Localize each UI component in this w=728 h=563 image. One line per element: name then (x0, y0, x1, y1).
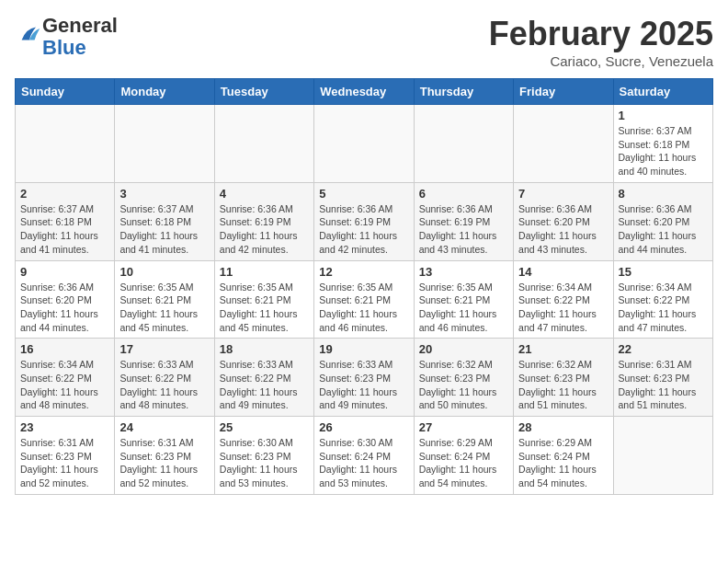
weekday-header-thursday: Thursday (414, 79, 513, 105)
day-number: 19 (319, 342, 408, 356)
calendar-cell: 14Sunrise: 6:34 AM Sunset: 6:22 PM Dayli… (514, 260, 613, 339)
day-info: Sunrise: 6:36 AM Sunset: 6:19 PM Dayligh… (220, 202, 309, 257)
day-number: 9 (20, 265, 109, 279)
day-info: Sunrise: 6:35 AM Sunset: 6:21 PM Dayligh… (319, 281, 408, 335)
weekday-header-row: SundayMondayTuesdayWednesdayThursdayFrid… (16, 79, 713, 105)
calendar-cell: 10Sunrise: 6:35 AM Sunset: 6:21 PM Dayli… (115, 260, 214, 339)
calendar-cell: 28Sunrise: 6:29 AM Sunset: 6:24 PM Dayli… (514, 417, 613, 495)
day-number: 3 (119, 187, 209, 201)
calendar-cell: 23Sunrise: 6:31 AM Sunset: 6:23 PM Dayli… (16, 417, 115, 495)
calendar-cell: 13Sunrise: 6:35 AM Sunset: 6:21 PM Dayli… (414, 260, 513, 339)
day-number: 15 (619, 265, 708, 279)
calendar-cell (115, 105, 214, 183)
calendar-week-row: 1Sunrise: 6:37 AM Sunset: 6:18 PM Daylig… (16, 105, 713, 183)
calendar-cell: 9Sunrise: 6:36 AM Sunset: 6:20 PM Daylig… (16, 260, 115, 339)
day-info: Sunrise: 6:37 AM Sunset: 6:18 PM Dayligh… (619, 124, 708, 178)
calendar-cell: 16Sunrise: 6:34 AM Sunset: 6:22 PM Dayli… (16, 339, 115, 417)
calendar-cell: 8Sunrise: 6:36 AM Sunset: 6:20 PM Daylig… (613, 182, 712, 260)
month-year-title: February 2025 (489, 15, 713, 53)
calendar-week-row: 16Sunrise: 6:34 AM Sunset: 6:22 PM Dayli… (16, 339, 713, 417)
calendar-cell: 4Sunrise: 6:36 AM Sunset: 6:19 PM Daylig… (214, 182, 313, 260)
logo-text: General Blue (42, 15, 118, 59)
day-number: 10 (119, 265, 209, 279)
calendar-cell: 2Sunrise: 6:37 AM Sunset: 6:18 PM Daylig… (16, 182, 115, 260)
calendar-week-row: 9Sunrise: 6:36 AM Sunset: 6:20 PM Daylig… (16, 260, 713, 339)
title-block: February 2025 Cariaco, Sucre, Venezuela (489, 15, 713, 69)
day-number: 6 (419, 187, 508, 201)
day-info: Sunrise: 6:33 AM Sunset: 6:23 PM Dayligh… (319, 358, 408, 412)
day-number: 12 (319, 265, 408, 279)
day-info: Sunrise: 6:29 AM Sunset: 6:24 PM Dayligh… (419, 436, 508, 490)
day-info: Sunrise: 6:36 AM Sunset: 6:19 PM Dayligh… (319, 202, 408, 257)
day-number: 2 (20, 187, 109, 201)
day-info: Sunrise: 6:36 AM Sunset: 6:19 PM Dayligh… (419, 202, 508, 257)
calendar-cell: 3Sunrise: 6:37 AM Sunset: 6:18 PM Daylig… (115, 182, 214, 260)
calendar-cell: 7Sunrise: 6:36 AM Sunset: 6:20 PM Daylig… (514, 182, 613, 260)
calendar-cell: 19Sunrise: 6:33 AM Sunset: 6:23 PM Dayli… (314, 339, 414, 417)
day-number: 23 (20, 420, 109, 434)
day-number: 18 (220, 342, 309, 356)
day-info: Sunrise: 6:31 AM Sunset: 6:23 PM Dayligh… (619, 358, 708, 412)
calendar-cell: 22Sunrise: 6:31 AM Sunset: 6:23 PM Dayli… (613, 339, 712, 417)
day-info: Sunrise: 6:34 AM Sunset: 6:22 PM Dayligh… (20, 358, 109, 412)
weekday-header-tuesday: Tuesday (214, 79, 313, 105)
calendar-cell: 1Sunrise: 6:37 AM Sunset: 6:18 PM Daylig… (613, 105, 712, 183)
calendar-cell: 11Sunrise: 6:35 AM Sunset: 6:21 PM Dayli… (214, 260, 313, 339)
day-info: Sunrise: 6:35 AM Sunset: 6:21 PM Dayligh… (220, 281, 309, 335)
logo: General Blue (15, 15, 118, 59)
calendar-cell: 15Sunrise: 6:34 AM Sunset: 6:22 PM Dayli… (613, 260, 712, 339)
day-number: 25 (220, 420, 309, 434)
calendar-cell (414, 105, 513, 183)
day-info: Sunrise: 6:36 AM Sunset: 6:20 PM Dayligh… (619, 202, 708, 257)
calendar-cell (214, 105, 313, 183)
day-number: 8 (619, 187, 708, 201)
day-info: Sunrise: 6:36 AM Sunset: 6:20 PM Dayligh… (20, 281, 109, 335)
day-info: Sunrise: 6:36 AM Sunset: 6:20 PM Dayligh… (518, 202, 608, 257)
calendar-week-row: 23Sunrise: 6:31 AM Sunset: 6:23 PM Dayli… (16, 417, 713, 495)
day-info: Sunrise: 6:37 AM Sunset: 6:18 PM Dayligh… (20, 202, 109, 257)
day-info: Sunrise: 6:34 AM Sunset: 6:22 PM Dayligh… (518, 281, 608, 335)
calendar-cell (613, 417, 712, 495)
weekday-header-wednesday: Wednesday (314, 79, 414, 105)
calendar-cell: 5Sunrise: 6:36 AM Sunset: 6:19 PM Daylig… (314, 182, 414, 260)
day-number: 24 (119, 420, 209, 434)
day-number: 5 (319, 187, 408, 201)
weekday-header-friday: Friday (514, 79, 613, 105)
day-number: 21 (518, 342, 608, 356)
day-info: Sunrise: 6:32 AM Sunset: 6:23 PM Dayligh… (518, 358, 608, 412)
calendar-cell (314, 105, 414, 183)
day-number: 13 (419, 265, 508, 279)
calendar-cell: 12Sunrise: 6:35 AM Sunset: 6:21 PM Dayli… (314, 260, 414, 339)
location-subtitle: Cariaco, Sucre, Venezuela (489, 53, 713, 69)
calendar-cell: 26Sunrise: 6:30 AM Sunset: 6:24 PM Dayli… (314, 417, 414, 495)
day-number: 20 (419, 342, 508, 356)
weekday-header-saturday: Saturday (613, 79, 712, 105)
day-number: 17 (119, 342, 209, 356)
day-info: Sunrise: 6:33 AM Sunset: 6:22 PM Dayligh… (119, 358, 209, 412)
calendar-cell (16, 105, 115, 183)
logo-bird-icon (17, 22, 42, 48)
calendar-cell: 27Sunrise: 6:29 AM Sunset: 6:24 PM Dayli… (414, 417, 513, 495)
day-info: Sunrise: 6:34 AM Sunset: 6:22 PM Dayligh… (619, 281, 708, 335)
calendar-cell: 21Sunrise: 6:32 AM Sunset: 6:23 PM Dayli… (514, 339, 613, 417)
day-number: 7 (518, 187, 608, 201)
day-info: Sunrise: 6:35 AM Sunset: 6:21 PM Dayligh… (419, 281, 508, 335)
day-number: 11 (220, 265, 309, 279)
day-info: Sunrise: 6:30 AM Sunset: 6:24 PM Dayligh… (319, 436, 408, 490)
day-number: 22 (619, 342, 708, 356)
calendar-cell: 18Sunrise: 6:33 AM Sunset: 6:22 PM Dayli… (214, 339, 313, 417)
calendar-cell (514, 105, 613, 183)
weekday-header-monday: Monday (115, 79, 214, 105)
day-info: Sunrise: 6:32 AM Sunset: 6:23 PM Dayligh… (419, 358, 508, 412)
day-number: 16 (20, 342, 109, 356)
calendar-cell: 17Sunrise: 6:33 AM Sunset: 6:22 PM Dayli… (115, 339, 214, 417)
day-info: Sunrise: 6:35 AM Sunset: 6:21 PM Dayligh… (119, 281, 209, 335)
day-number: 26 (319, 420, 408, 434)
calendar-cell: 20Sunrise: 6:32 AM Sunset: 6:23 PM Dayli… (414, 339, 513, 417)
day-info: Sunrise: 6:31 AM Sunset: 6:23 PM Dayligh… (20, 436, 109, 490)
day-info: Sunrise: 6:33 AM Sunset: 6:22 PM Dayligh… (220, 358, 309, 412)
day-number: 1 (619, 109, 708, 122)
calendar-table: SundayMondayTuesdayWednesdayThursdayFrid… (15, 78, 713, 495)
calendar-cell: 25Sunrise: 6:30 AM Sunset: 6:23 PM Dayli… (214, 417, 313, 495)
calendar-week-row: 2Sunrise: 6:37 AM Sunset: 6:18 PM Daylig… (16, 182, 713, 260)
